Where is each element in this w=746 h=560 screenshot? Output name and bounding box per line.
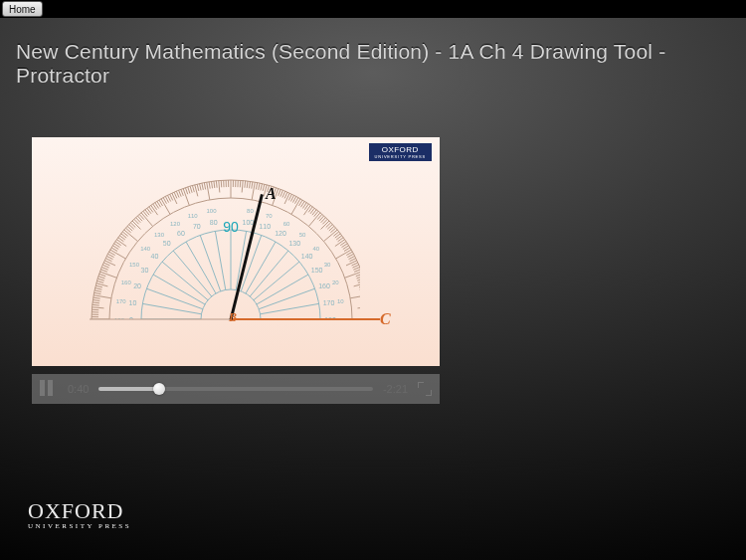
svg-line-108 <box>261 184 263 191</box>
svg-text:60: 60 <box>177 230 185 237</box>
badge-line1: OXFORD <box>382 145 419 154</box>
svg-text:150: 150 <box>311 267 323 274</box>
video-controls: 0:40 -2:21 <box>32 374 440 404</box>
svg-line-106 <box>256 183 257 190</box>
seek-knob[interactable] <box>153 383 165 395</box>
svg-line-12 <box>93 302 99 303</box>
svg-line-101 <box>245 181 246 188</box>
pause-icon <box>40 380 45 396</box>
svg-line-84 <box>204 183 205 190</box>
svg-text:120: 120 <box>170 221 181 227</box>
svg-line-29 <box>103 263 109 266</box>
pause-icon <box>48 380 53 396</box>
svg-text:20: 20 <box>133 282 141 289</box>
svg-line-10 <box>93 307 104 308</box>
line-bc <box>231 318 380 320</box>
svg-text:100: 100 <box>207 208 218 214</box>
svg-line-116 <box>279 189 281 196</box>
svg-text:60: 60 <box>283 221 290 227</box>
svg-text:120: 120 <box>275 230 286 237</box>
svg-text:80: 80 <box>247 208 254 214</box>
svg-line-118 <box>282 191 285 197</box>
svg-line-87 <box>212 181 213 188</box>
svg-line-26 <box>100 270 107 273</box>
svg-line-11 <box>93 304 99 305</box>
svg-line-30 <box>104 261 115 266</box>
svg-line-175 <box>350 295 360 298</box>
fullscreen-button[interactable] <box>418 382 432 396</box>
svg-line-71 <box>174 192 177 198</box>
video-frame[interactable]: OXFORD UNIVERSITY PRESS 0102030405060708… <box>32 137 440 366</box>
seek-track[interactable] <box>98 387 373 391</box>
svg-text:140: 140 <box>140 246 151 252</box>
oxford-badge: OXFORD UNIVERSITY PRESS <box>369 143 432 161</box>
svg-line-117 <box>280 190 283 196</box>
svg-line-70 <box>172 193 177 204</box>
svg-line-90 <box>219 181 220 193</box>
home-button[interactable]: Home <box>2 1 43 17</box>
svg-line-13 <box>93 300 99 301</box>
badge-line2: UNIVERSITY PRESS <box>375 155 426 159</box>
svg-line-120 <box>284 193 289 204</box>
svg-line-72 <box>176 191 179 197</box>
svg-text:20: 20 <box>332 280 339 285</box>
svg-text:160: 160 <box>318 282 330 289</box>
svg-text:160: 160 <box>121 280 132 285</box>
svg-line-17 <box>94 290 101 291</box>
svg-line-109 <box>263 184 265 191</box>
svg-text:170: 170 <box>116 298 127 304</box>
pause-button[interactable] <box>40 380 58 398</box>
svg-text:10: 10 <box>337 298 344 304</box>
remaining-time: -2:21 <box>383 383 408 395</box>
point-c-label: C <box>380 310 391 328</box>
svg-line-73 <box>179 190 182 196</box>
top-bar: Home <box>0 0 746 18</box>
svg-line-161 <box>352 263 358 266</box>
page-title: New Century Mathematics (Second Edition)… <box>16 40 746 88</box>
svg-text:10: 10 <box>129 299 137 306</box>
footer-logo: OXFORD UNIVERSITY PRESS <box>28 498 131 530</box>
svg-line-164 <box>354 270 360 273</box>
svg-line-168 <box>357 279 360 280</box>
svg-line-107 <box>259 183 260 190</box>
svg-line-19 <box>95 285 102 287</box>
svg-line-78 <box>190 186 192 193</box>
svg-line-89 <box>216 181 217 188</box>
svg-line-45 <box>124 230 138 242</box>
svg-line-21 <box>96 280 103 282</box>
protractor-graphic: 0102030405060708010011012013014015016017… <box>62 177 360 336</box>
svg-text:50: 50 <box>163 240 171 247</box>
svg-text:180: 180 <box>114 317 125 323</box>
svg-line-27 <box>101 268 107 271</box>
svg-text:150: 150 <box>129 262 140 268</box>
svg-line-16 <box>94 292 101 293</box>
svg-line-83 <box>202 183 203 190</box>
svg-line-135 <box>308 213 320 227</box>
svg-text:40: 40 <box>312 246 319 252</box>
svg-text:170: 170 <box>323 299 335 306</box>
svg-text:70: 70 <box>266 213 273 219</box>
svg-text:30: 30 <box>140 267 148 274</box>
svg-text:130: 130 <box>154 232 165 238</box>
svg-text:50: 50 <box>299 232 306 238</box>
svg-text:30: 30 <box>324 262 331 268</box>
svg-line-14 <box>93 297 100 298</box>
svg-line-76 <box>185 188 187 195</box>
svg-line-119 <box>284 192 287 198</box>
svg-line-88 <box>214 181 215 188</box>
svg-text:40: 40 <box>150 253 158 260</box>
svg-line-79 <box>192 185 194 192</box>
svg-line-81 <box>197 184 199 191</box>
svg-line-165 <box>345 272 360 278</box>
svg-line-145 <box>323 230 337 242</box>
svg-text:110: 110 <box>188 213 199 219</box>
stage: New Century Mathematics (Second Edition)… <box>0 18 746 560</box>
svg-line-102 <box>247 181 248 188</box>
footer-brand: OXFORD <box>28 498 131 524</box>
svg-line-82 <box>200 184 202 191</box>
svg-line-86 <box>209 182 210 189</box>
svg-line-104 <box>252 182 253 189</box>
elapsed-time: 0:40 <box>68 383 89 395</box>
svg-line-163 <box>353 268 359 271</box>
svg-line-162 <box>352 265 358 268</box>
